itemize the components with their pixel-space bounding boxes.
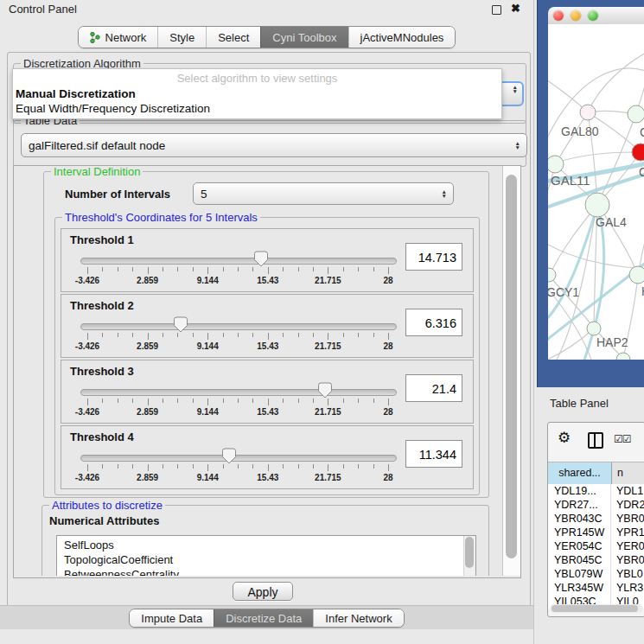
slider-tick — [313, 399, 314, 403]
threshold-slider-track[interactable] — [80, 323, 397, 330]
apply-button[interactable]: Apply — [233, 582, 293, 601]
tab-select[interactable]: Select — [206, 27, 260, 48]
slider-tick — [223, 333, 224, 337]
table-row[interactable]: YER054CYER0 — [548, 539, 644, 553]
threshold-row: Threshold 3-3.4262.8599.14415.4321.71528… — [61, 360, 474, 424]
table-cell-name[interactable]: YDR2 — [611, 498, 644, 512]
column-header-shared-name[interactable]: shared... — [548, 462, 612, 484]
network-node-ga[interactable] — [628, 105, 644, 123]
table-row[interactable]: YLR345WYLR3 — [548, 581, 644, 595]
settings-gear-icon[interactable]: ⚙ — [558, 430, 571, 447]
tab-discretize-data[interactable]: Discretize Data — [214, 609, 313, 627]
threshold-slider-thumb[interactable] — [174, 316, 188, 333]
slider-tick — [163, 333, 163, 337]
network-node-hap2[interactable] — [587, 322, 601, 335]
table-panel-title: Table Panel — [550, 397, 609, 410]
table-row[interactable]: YDR27...YDR2 — [548, 498, 644, 512]
table-row[interactable]: YBR043CYBR0 — [548, 512, 644, 526]
mac-close-button[interactable] — [553, 10, 564, 21]
table-cell-shared-name[interactable]: YBR045C — [548, 553, 611, 567]
slider-tick — [328, 333, 328, 340]
scrollbar-thumb[interactable] — [552, 605, 638, 612]
column-view-icon[interactable] — [588, 432, 603, 449]
slider-tick-label: 2.859 — [124, 276, 172, 285]
table-cell-name[interactable]: YDL1 — [611, 484, 644, 498]
table-cell-name[interactable]: YLR3 — [611, 581, 644, 595]
slider-tick — [238, 464, 239, 469]
network-window-titlebar[interactable] — [548, 7, 644, 25]
threshold-slider-thumb[interactable] — [254, 251, 268, 267]
tab-jactivemnodules[interactable]: jActiveMNodules — [348, 27, 456, 48]
network-node-gal80[interactable] — [580, 105, 596, 120]
attribute-list-item[interactable]: TopologicalCoefficient — [64, 552, 173, 567]
table-cell-shared-name[interactable]: YBL079W — [548, 567, 611, 581]
threshold-slider-thumb[interactable] — [222, 448, 236, 464]
table-cell-shared-name[interactable]: YBR043C — [548, 512, 611, 526]
table-cell-shared-name[interactable]: YLR345W — [548, 581, 611, 595]
table-cell-shared-name[interactable]: YER054C — [548, 539, 611, 553]
mac-zoom-button[interactable] — [588, 10, 598, 21]
table-cell-name[interactable]: YBR0 — [611, 512, 644, 526]
table-cell-name[interactable]: YER0 — [611, 539, 644, 553]
tab-cyni-toolbox[interactable]: Cyni Toolbox — [260, 27, 348, 48]
network-node-gal11[interactable] — [548, 156, 564, 173]
table-data-combobox[interactable]: galFiltered.sif default node ▲▼ — [21, 133, 527, 157]
mac-minimize-button[interactable] — [571, 10, 581, 21]
threshold-slider-thumb[interactable] — [318, 382, 332, 399]
slider-tick-label: 15.43 — [244, 341, 292, 351]
attribute-list-item[interactable]: SelfLoops — [64, 538, 114, 552]
threshold-value-field[interactable]: 14.713 — [405, 243, 462, 271]
scrollbar-thumb[interactable] — [506, 175, 517, 558]
table-horizontal-scrollbar[interactable] — [550, 604, 643, 613]
threshold-slider-track[interactable] — [80, 455, 397, 462]
network-node-gal4[interactable] — [585, 193, 609, 217]
tab-impute-data[interactable]: Impute Data — [130, 609, 214, 627]
row-select-checkboxes-icon[interactable]: ☑☑ — [614, 433, 631, 445]
number-of-intervals-combobox[interactable]: 5 ▲▼ — [193, 182, 454, 205]
settings-vertical-scrollbar[interactable] — [502, 166, 520, 576]
network-edge[interactable] — [588, 52, 644, 112]
threshold-value-field[interactable]: 11.344 — [405, 440, 462, 468]
slider-tick — [118, 399, 118, 403]
slider-tick-label: 28 — [364, 407, 412, 417]
slider-tick — [223, 464, 224, 469]
threshold-slider-track[interactable] — [80, 389, 397, 396]
table-row[interactable]: YDL19...YDL1 — [548, 484, 644, 498]
close-icon[interactable]: ✖ — [511, 2, 520, 15]
table-row[interactable]: YPR145WYPR1 — [548, 526, 644, 539]
threshold-value-field[interactable]: 21.4 — [405, 374, 462, 402]
table-row[interactable]: YBR045CYBR0 — [548, 553, 644, 567]
float-window-icon[interactable] — [492, 5, 501, 15]
column-header-name[interactable]: n — [612, 462, 644, 484]
attributes-group: Attributes to discretize Numerical Attri… — [41, 505, 489, 576]
attribute-list-item[interactable]: BetweennessCentrality — [64, 567, 179, 576]
slider-tick — [373, 333, 374, 337]
table-cell-shared-name[interactable]: YPR145W — [548, 526, 611, 539]
table-cell-shared-name[interactable]: YDL19... — [548, 484, 611, 498]
attributes-list-scrollbar[interactable] — [463, 536, 475, 576]
slider-tick — [132, 333, 133, 337]
scrollbar-thumb[interactable] — [465, 537, 474, 568]
tab-network[interactable]: Network — [79, 27, 158, 48]
dropdown-option-manual-discretization[interactable]: Manual Discretization — [16, 87, 136, 100]
slider-tick — [283, 267, 284, 271]
network-node-h[interactable] — [629, 266, 644, 284]
numerical-attributes-list[interactable]: SelfLoopsTopologicalCoefficientBetweenne… — [56, 535, 476, 576]
slider-tick — [163, 464, 163, 469]
table-cell-shared-name[interactable]: YDR27... — [548, 498, 611, 512]
table-row[interactable]: YBL079WYBL0 — [548, 567, 644, 581]
tab-infer-network[interactable]: Infer Network — [313, 609, 403, 627]
network-edge[interactable] — [557, 152, 634, 163]
slider-tick — [343, 399, 344, 403]
tab-style[interactable]: Style — [157, 27, 206, 48]
network-canvas[interactable]: GAL80GACGAL11GAL4GCY1HHAP2 — [548, 24, 644, 360]
network-node-gcy1[interactable] — [548, 268, 556, 282]
threshold-value-field[interactable]: 6.316 — [405, 309, 462, 336]
table-cell-name[interactable]: YPR1 — [611, 526, 644, 539]
slider-tick-label: 28 — [364, 276, 412, 285]
table-cell-name[interactable]: YBR0 — [611, 553, 644, 567]
threshold-slider-track[interactable] — [80, 258, 397, 265]
network-edge[interactable] — [551, 206, 596, 273]
dropdown-option-equal-width-frequency[interactable]: Equal Width/Frequency Discretization — [16, 102, 210, 115]
table-cell-name[interactable]: YBL0 — [611, 567, 644, 581]
